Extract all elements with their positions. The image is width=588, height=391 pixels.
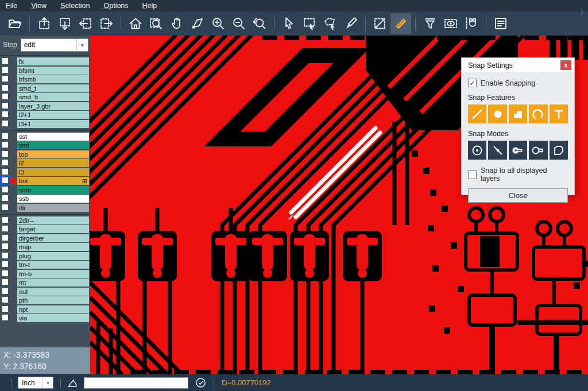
layer-row-dirgerber[interactable]: dirgerber: [0, 234, 90, 242]
layer-row-fx[interactable]: fx: [0, 57, 90, 65]
snap-mode-pad-filled-icon[interactable]: [509, 141, 527, 160]
layer-visibility-checkbox[interactable]: [2, 261, 9, 268]
toolbar-overflow-chevron-icon[interactable]: ❯: [579, 8, 585, 16]
layer-visibility-checkbox[interactable]: [2, 177, 9, 184]
layer-visibility-checkbox[interactable]: [2, 150, 9, 157]
layer-visibility-checkbox[interactable]: [2, 243, 9, 250]
open-folder-icon[interactable]: [5, 13, 25, 34]
zoom-previous-icon[interactable]: [249, 13, 270, 34]
unit-dropdown[interactable]: Inch ▾: [18, 377, 53, 389]
layer-row-smd_b[interactable]: smd_b: [0, 93, 90, 101]
reshape-icon[interactable]: [187, 13, 208, 34]
home-icon[interactable]: [125, 13, 146, 34]
ruler-icon[interactable]: [390, 13, 411, 34]
layer-visibility-checkbox[interactable]: [2, 75, 9, 82]
layer-name[interactable]: l3+1: [17, 120, 89, 128]
layer-visibility-checkbox[interactable]: [2, 195, 9, 202]
pan-down-icon[interactable]: [55, 13, 75, 34]
layer-visibility-checkbox[interactable]: [2, 120, 9, 127]
layer-name[interactable]: layer_3.gbr: [17, 102, 89, 110]
pan-up-icon[interactable]: [34, 13, 55, 34]
layer-name[interactable]: sst: [17, 133, 89, 141]
snap-feature-line-icon[interactable]: [468, 104, 486, 123]
snap-all-layers-row[interactable]: Snap to all displayed layers: [468, 167, 568, 183]
layer-row-2dir--[interactable]: 2dir--: [0, 216, 90, 224]
layer-visibility-checkbox[interactable]: [2, 57, 9, 64]
layer-name[interactable]: bfsmb: [17, 75, 89, 83]
layer-name[interactable]: 2dir--: [17, 216, 89, 224]
layer-visibility-checkbox[interactable]: [2, 314, 9, 321]
layer-row-bot[interactable]: bot⊞: [0, 177, 90, 185]
layer-name[interactable]: smd_b: [17, 93, 89, 101]
layer-visibility-checkbox[interactable]: [2, 111, 9, 118]
close-button[interactable]: Close: [468, 188, 568, 203]
layer-row-mt[interactable]: mt: [0, 278, 90, 287]
layer-name[interactable]: tm-t: [17, 261, 89, 269]
layer-row-target[interactable]: target: [0, 225, 90, 233]
layer-row-l3[interactable]: l3: [0, 168, 90, 176]
layer-row-ssb[interactable]: ssb: [0, 195, 90, 203]
layer-row-smb[interactable]: smb: [0, 186, 90, 194]
layer-visibility-checkbox[interactable]: [2, 296, 9, 303]
layer-row-top[interactable]: top: [0, 150, 90, 158]
snap-feature-arc-icon[interactable]: [529, 104, 547, 123]
close-icon[interactable]: x: [560, 60, 571, 70]
layer-row-bfsmb[interactable]: bfsmb: [0, 75, 90, 83]
pointer-icon[interactable]: [278, 13, 299, 34]
measure-icon[interactable]: [370, 13, 390, 34]
layer-row-bfsmt[interactable]: bfsmt: [0, 67, 90, 75]
layer-visibility-checkbox[interactable]: [2, 288, 9, 295]
layer-row-tm-b[interactable]: tm-b: [0, 270, 90, 278]
layer-visibility-checkbox[interactable]: [2, 93, 9, 100]
layer-name[interactable]: ssb: [17, 195, 89, 203]
snap-feature-circle-icon[interactable]: [488, 104, 506, 123]
layer-name[interactable]: npt: [17, 305, 89, 313]
enable-snapping-checkbox[interactable]: ✓: [468, 79, 477, 87]
layer-visibility-checkbox[interactable]: [2, 168, 9, 175]
layer-row-smd_t[interactable]: smd_t: [0, 84, 90, 92]
layer-name[interactable]: l3: [17, 168, 89, 176]
layer-name[interactable]: bot: [17, 177, 89, 185]
dialog-title-bar[interactable]: Snap Settings x: [462, 58, 574, 73]
menu-item-view[interactable]: View: [31, 2, 47, 10]
layer-row-plug[interactable]: plug: [0, 252, 90, 260]
layer-name[interactable]: fx: [17, 57, 89, 65]
pan-right-icon[interactable]: [96, 13, 117, 34]
chevron-down-icon[interactable]: ▾: [42, 377, 53, 388]
layer-name[interactable]: mt: [17, 278, 89, 287]
layer-name[interactable]: top: [17, 150, 89, 158]
layer-name[interactable]: l2: [17, 159, 89, 167]
layer-row-dir[interactable]: dir: [0, 204, 90, 212]
layer-row-l2+1[interactable]: l2+1: [0, 111, 90, 119]
layer-visibility-checkbox[interactable]: [2, 141, 9, 148]
select-polygon-icon[interactable]: [320, 13, 341, 34]
snap-feature-surface-icon[interactable]: [509, 104, 527, 123]
layer-row-npt[interactable]: npt: [0, 305, 90, 313]
paint-brush-icon[interactable]: [341, 13, 361, 34]
layer-name[interactable]: dirgerber: [17, 234, 89, 242]
snap-mode-midpoint-icon[interactable]: [488, 141, 506, 160]
layer-visibility-checkbox[interactable]: [2, 186, 9, 193]
layer-visibility-checkbox[interactable]: [2, 252, 9, 259]
snap-all-layers-checkbox[interactable]: [468, 171, 477, 179]
sync-check-icon[interactable]: [195, 377, 206, 388]
menu-item-selection[interactable]: Selection: [60, 2, 90, 10]
layer-visibility-checkbox[interactable]: [2, 84, 9, 91]
pan-left-icon[interactable]: [75, 13, 96, 34]
layer-row-via[interactable]: via: [0, 314, 90, 322]
layer-name[interactable]: l2+1: [17, 111, 89, 119]
layer-name[interactable]: smt: [17, 141, 89, 149]
filter-icon[interactable]: [420, 13, 440, 34]
layer-visibility-checkbox[interactable]: [2, 67, 9, 73]
layer-row-sst[interactable]: sst: [0, 133, 90, 141]
measure-input[interactable]: [84, 377, 188, 389]
layer-name[interactable]: via: [17, 314, 89, 322]
layer-visibility-checkbox[interactable]: [2, 159, 9, 166]
layer-visibility-checkbox[interactable]: [2, 133, 9, 140]
menu-item-file[interactable]: File: [6, 2, 17, 10]
layer-visibility-checkbox[interactable]: [2, 278, 9, 285]
layer-row-tm-t[interactable]: tm-t: [0, 261, 90, 269]
layer-name[interactable]: plug: [17, 252, 89, 260]
layer-visibility-checkbox[interactable]: [2, 234, 9, 241]
zoom-region-icon[interactable]: [146, 13, 167, 34]
